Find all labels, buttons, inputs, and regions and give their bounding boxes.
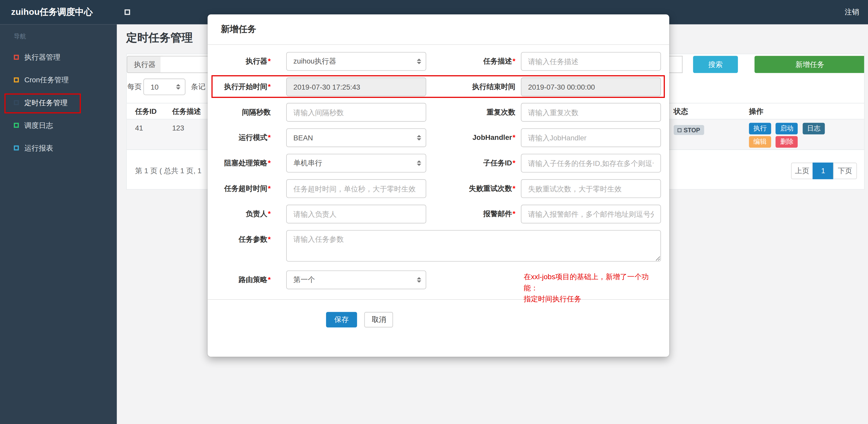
select-arrows-icon	[417, 160, 421, 166]
task-desc-input[interactable]	[521, 52, 661, 71]
required-asterisk: *	[268, 57, 271, 65]
route-strategy-select[interactable]: 第一个	[286, 270, 426, 289]
delete-button[interactable]: 删除	[776, 136, 798, 148]
feature-note: 在xxl-jobs项目的基础上，新增了一个功能： 指定时间执行任务	[524, 270, 663, 289]
save-button[interactable]: 保存	[326, 312, 357, 327]
timeout-label: 任务超时时间*	[208, 179, 286, 198]
repeat-count-label: 重复次数	[426, 103, 521, 122]
col-task-desc: 任务描述	[172, 103, 201, 120]
sidebar-item-label: 调度日志	[24, 120, 53, 130]
cancel-button[interactable]: 取消	[364, 312, 393, 327]
start-time-input[interactable]	[286, 77, 426, 96]
executor-select[interactable]: zuihou执行器	[286, 52, 426, 71]
form-row-time: 执行开始时间* 执行结束时间	[208, 77, 669, 96]
sidebar-toggle-icon[interactable]	[125, 9, 130, 15]
cell-task-desc: 123	[172, 124, 184, 132]
repeat-count-input[interactable]	[521, 103, 661, 122]
square-icon	[14, 77, 19, 82]
interval-input[interactable]	[286, 103, 426, 122]
end-time-input[interactable]	[521, 77, 661, 96]
modal-title: 新增任务	[221, 24, 256, 34]
page-size-prefix: 每页	[127, 79, 142, 95]
alarm-email-input[interactable]	[521, 205, 661, 224]
page-size-value: 10	[151, 83, 159, 91]
sidebar-item-label: Cron任务管理	[24, 75, 68, 85]
square-icon	[14, 145, 19, 151]
owner-label: 负责人*	[208, 205, 286, 224]
executor-filter-addon: 执行器	[127, 56, 163, 73]
sidebar-item-timed-task[interactable]: 定时任务管理	[0, 91, 117, 114]
search-button[interactable]: 搜索	[693, 56, 738, 73]
retry-count-input[interactable]	[521, 179, 661, 198]
col-actions: 操作	[749, 103, 763, 120]
owner-input[interactable]	[286, 205, 426, 224]
select-arrows-icon	[417, 59, 421, 64]
log-button[interactable]: 日志	[803, 123, 825, 134]
square-icon	[14, 100, 19, 105]
square-icon	[14, 55, 19, 60]
block-strategy-select[interactable]: 单机串行	[286, 154, 426, 172]
select-arrows-icon	[417, 135, 421, 140]
task-desc-label: 任务描述*	[426, 52, 521, 71]
route-strategy-label: 路由策略*	[208, 270, 286, 289]
sidebar-item-label: 定时任务管理	[24, 98, 67, 107]
pagination-next-button[interactable]: 下页	[833, 163, 857, 179]
timeout-input[interactable]	[286, 179, 426, 198]
modal-body: 执行器* zuihou执行器 任务描述* 执行开始时间* 执行结束时间	[208, 45, 669, 327]
jobhandler-input[interactable]	[521, 128, 661, 147]
form-row-owner: 负责人* 报警邮件*	[208, 205, 669, 224]
row-actions: 执行 启动 日志 编辑 删除	[749, 123, 854, 149]
page-size-suffix: 条记	[191, 79, 206, 95]
sidebar-item-dispatch-log[interactable]: 调度日志	[0, 114, 117, 136]
nav-header: 导航	[0, 24, 117, 46]
brand-title: zuihou任务调度中心	[0, 6, 117, 18]
subtask-id-label: 子任务ID*	[426, 154, 521, 172]
edit-button[interactable]: 编辑	[749, 136, 771, 148]
sidebar-item-cron-task[interactable]: Cron任务管理	[0, 68, 117, 91]
logout-link[interactable]: 注销	[845, 7, 868, 17]
app-root: zuihou任务调度中心 注销 导航 执行器管理 Cron任务管理 定时任务管理…	[0, 0, 868, 424]
select-arrows-icon	[176, 84, 180, 90]
jobhandler-label: JobHandler*	[426, 128, 521, 147]
form-row-executor: 执行器* zuihou执行器 任务描述*	[208, 52, 669, 71]
select-arrows-icon	[417, 277, 421, 283]
pagination-prev-button[interactable]: 上页	[791, 163, 813, 179]
task-params-label: 任务参数*	[208, 230, 286, 261]
sidebar-item-label: 运行报表	[24, 143, 53, 153]
add-task-modal: 新增任务 执行器* zuihou执行器 任务描述* 执行开始时间*	[208, 14, 669, 357]
required-asterisk: *	[268, 82, 271, 91]
page-size-select[interactable]: 10	[143, 79, 185, 95]
col-task-id: 任务ID	[135, 103, 157, 120]
page-title: 定时任务管理	[126, 30, 193, 45]
executor-label: 执行器*	[208, 52, 286, 71]
retry-count-label: 失败重试次数*	[426, 179, 521, 198]
required-asterisk: *	[513, 159, 515, 167]
cell-status: STOP	[674, 125, 704, 135]
form-row-block-strategy: 阻塞处理策略* 单机串行 子任务ID*	[208, 154, 669, 172]
pagination-summary: 第 1 页 ( 总共 1 页, 1	[135, 163, 202, 179]
sidebar-item-executor-manage[interactable]: 执行器管理	[0, 46, 117, 68]
form-row-runmode: 运行模式* BEAN JobHandler*	[208, 128, 669, 147]
required-asterisk: *	[268, 133, 271, 142]
required-asterisk: *	[268, 184, 271, 192]
run-mode-select[interactable]: BEAN	[286, 128, 426, 147]
sidebar-item-label: 执行器管理	[24, 52, 60, 62]
required-asterisk: *	[513, 184, 515, 192]
run-mode-label: 运行模式*	[208, 128, 286, 147]
block-strategy-label: 阻塞处理策略*	[208, 154, 286, 172]
required-asterisk: *	[513, 210, 515, 218]
execute-button[interactable]: 执行	[749, 123, 771, 134]
sidebar: 导航 执行器管理 Cron任务管理 定时任务管理 调度日志 运行报表	[0, 24, 117, 424]
subtask-id-input[interactable]	[521, 154, 661, 172]
required-asterisk: *	[268, 235, 271, 243]
start-button[interactable]: 启动	[776, 123, 798, 134]
pagination-current-page[interactable]: 1	[813, 163, 834, 179]
stop-square-icon	[678, 128, 681, 132]
sidebar-menu: 执行器管理 Cron任务管理 定时任务管理 调度日志 运行报表	[0, 46, 117, 159]
required-asterisk: *	[268, 210, 271, 218]
add-task-button[interactable]: 新增任务	[754, 56, 865, 73]
sidebar-item-run-report[interactable]: 运行报表	[0, 137, 117, 159]
square-icon	[14, 123, 19, 128]
task-params-textarea[interactable]	[286, 230, 661, 261]
modal-header: 新增任务	[208, 14, 669, 45]
